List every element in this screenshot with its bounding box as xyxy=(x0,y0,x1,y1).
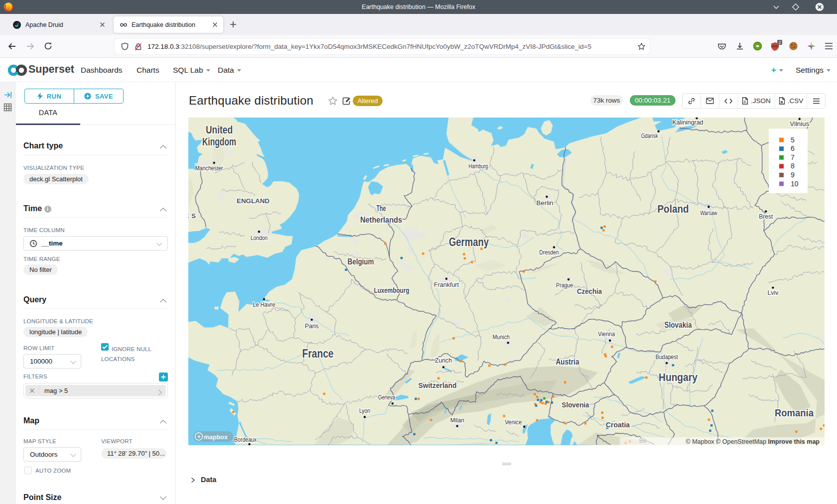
svg-text:8: 8 xyxy=(791,162,795,170)
svg-text:The: The xyxy=(377,204,386,213)
svg-text:Netherlands: Netherlands xyxy=(360,216,402,224)
svg-text:Dresden: Dresden xyxy=(540,249,559,256)
svg-text:7: 7 xyxy=(791,153,795,161)
svg-text:Kaliningrad: Kaliningrad xyxy=(673,119,703,126)
svg-text:Germany: Germany xyxy=(449,235,489,249)
svg-text:5: 5 xyxy=(791,136,795,144)
svg-text:Luxembourg: Luxembourg xyxy=(374,286,410,294)
svg-text:Prague: Prague xyxy=(556,281,573,289)
svg-text:Vilnius: Vilnius xyxy=(790,120,809,127)
svg-text:Berlin: Berlin xyxy=(537,199,554,207)
svg-text:Hungary: Hungary xyxy=(659,371,698,383)
svg-text:Warsaw: Warsaw xyxy=(700,209,717,217)
svg-text:Croatia: Croatia xyxy=(606,420,630,429)
svg-text:Switzerland: Switzerland xyxy=(418,381,457,389)
svg-text:Slovenia: Slovenia xyxy=(562,400,590,409)
svg-text:ES: ES xyxy=(188,212,198,220)
svg-text:Paris: Paris xyxy=(305,322,319,330)
svg-text:10: 10 xyxy=(791,180,799,188)
svg-text:London: London xyxy=(251,234,268,242)
svg-text:9: 9 xyxy=(791,171,795,179)
svg-text:France: France xyxy=(302,347,334,360)
svg-text:Belgium: Belgium xyxy=(348,257,374,266)
svg-text:Manchester: Manchester xyxy=(195,164,223,172)
svg-text:© Mapbox © OpenStreetMap Impro: © Mapbox © OpenStreetMap Improve this ma… xyxy=(686,438,820,445)
svg-text:Brest: Brest xyxy=(759,213,773,220)
svg-text:Venice: Venice xyxy=(505,418,522,426)
svg-text:Gdansk: Gdansk xyxy=(641,132,658,139)
svg-text:Czechia: Czechia xyxy=(577,287,602,295)
svg-text:Milan: Milan xyxy=(450,416,464,424)
svg-text:Hamburg: Hamburg xyxy=(468,162,488,170)
svg-text:Austria: Austria xyxy=(556,358,579,366)
svg-text:United: United xyxy=(206,124,233,136)
svg-text:Poland: Poland xyxy=(658,203,689,215)
svg-text:Le Havre: Le Havre xyxy=(253,301,275,308)
svg-text:Munich: Munich xyxy=(493,333,510,341)
svg-text:Frankfurt: Frankfurt xyxy=(434,281,459,288)
svg-text:Bordeaux: Bordeaux xyxy=(234,436,257,443)
svg-text:Romania: Romania xyxy=(775,407,814,418)
svg-text:Vienna: Vienna xyxy=(598,330,615,338)
svg-text:mapbox: mapbox xyxy=(204,434,228,441)
svg-text:Geneva: Geneva xyxy=(378,393,395,401)
svg-text:6: 6 xyxy=(791,144,795,152)
svg-text:ENGLAND: ENGLAND xyxy=(237,197,270,205)
svg-text:Lviv: Lviv xyxy=(767,289,778,296)
svg-text:Budapest: Budapest xyxy=(656,353,678,361)
svg-text:Zurich: Zurich xyxy=(435,357,452,364)
svg-text:Kingdom: Kingdom xyxy=(202,135,236,148)
svg-text:Slovakia: Slovakia xyxy=(665,321,692,329)
svg-text:Lyon: Lyon xyxy=(359,407,370,414)
